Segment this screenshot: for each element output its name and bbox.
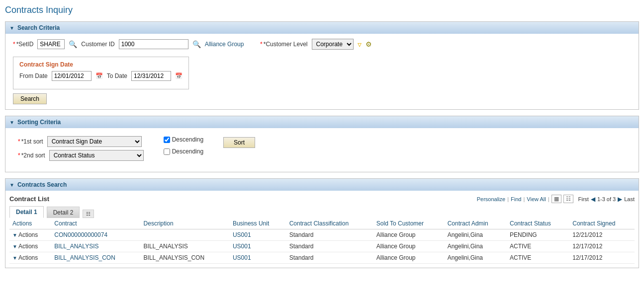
cell-contract-1[interactable]: BILL_ANALYSIS bbox=[51, 241, 140, 252]
customerid-label: Customer ID bbox=[81, 41, 114, 48]
tab-detail1[interactable]: Detail 1 bbox=[9, 206, 44, 218]
col-header-status: Contract Status bbox=[507, 218, 569, 229]
cell-business-unit-1[interactable]: US001 bbox=[230, 241, 286, 252]
cell-status-2: ACTIVE bbox=[507, 252, 569, 264]
cell-description-0 bbox=[141, 229, 230, 241]
cell-contract-2[interactable]: BILL_ANALYSIS_CON bbox=[51, 252, 140, 264]
second-sort-row: *2nd sort Contract Status Contract Sign … bbox=[18, 150, 144, 161]
table-icon[interactable]: ☷ bbox=[563, 195, 573, 203]
cell-contract-0[interactable]: CON000000000074 bbox=[51, 229, 140, 241]
find-link[interactable]: Find bbox=[511, 196, 521, 202]
tab-grid-icon[interactable]: ☷ bbox=[83, 210, 94, 218]
search-criteria-header[interactable]: ▼ Search Criteria bbox=[5, 22, 639, 34]
contract-sign-date-title: Contract Sign Date bbox=[19, 61, 183, 68]
contracts-collapse-icon: ▼ bbox=[9, 182, 14, 188]
to-date-label: To Date bbox=[107, 73, 127, 79]
col-header-actions: Actions bbox=[9, 218, 51, 229]
view-all-link[interactable]: View All bbox=[527, 196, 546, 202]
cell-signed-2: 12/17/2012 bbox=[569, 252, 635, 264]
cell-description-2: BILL_ANALYSIS_CON bbox=[141, 252, 230, 264]
actions-dropdown-1[interactable]: ▼ Actions bbox=[12, 243, 48, 250]
customerid-search-icon[interactable]: 🔍 bbox=[192, 40, 201, 48]
customerid-input[interactable] bbox=[119, 39, 188, 49]
list-controls: Personalize | Find | View All | ▦ ☷ bbox=[477, 195, 573, 203]
actions-label-0[interactable]: Actions bbox=[18, 231, 38, 238]
tabs-container: Detail 1 Detail 2 ☷ bbox=[9, 206, 635, 218]
actions-label-2[interactable]: Actions bbox=[18, 254, 38, 261]
to-date-calendar-icon[interactable]: 📅 bbox=[175, 73, 183, 79]
table-row: ▼ Actions CON000000000074 US001 Standard… bbox=[9, 229, 635, 241]
customer-level-select[interactable]: Corporate Individual bbox=[312, 39, 354, 50]
setid-input[interactable] bbox=[37, 39, 65, 49]
page-info: 1-3 of 3 bbox=[597, 196, 616, 202]
search-criteria-section: ▼ Search Criteria *SetID 🔍 Customer ID 🔍… bbox=[5, 21, 639, 110]
second-descending-label: Descending bbox=[172, 148, 203, 155]
first-sort-label: *1st sort bbox=[18, 138, 43, 145]
search-criteria-body: *SetID 🔍 Customer ID 🔍 Alliance Group *C… bbox=[5, 34, 639, 109]
customer-level-label: *Customer Level bbox=[260, 41, 307, 48]
first-link[interactable]: First bbox=[578, 196, 589, 202]
actions-label-1[interactable]: Actions bbox=[18, 243, 38, 250]
cell-status-0: PENDING bbox=[507, 229, 569, 241]
collapse-icon: ▼ bbox=[9, 25, 14, 31]
from-date-input[interactable] bbox=[52, 71, 92, 81]
first-descending-checkbox[interactable] bbox=[164, 137, 170, 143]
second-descending-checkbox[interactable] bbox=[164, 148, 170, 155]
from-date-calendar-icon[interactable]: 📅 bbox=[95, 73, 103, 79]
second-sort-select[interactable]: Contract Status Contract Sign Date Contr… bbox=[49, 150, 144, 161]
cell-signed-0: 12/21/2012 bbox=[569, 229, 635, 241]
sort-fields: *1st sort Contract Sign Date Contract St… bbox=[18, 136, 144, 164]
setid-search-icon[interactable]: 🔍 bbox=[69, 40, 77, 48]
filter-icon[interactable]: ▿ bbox=[358, 40, 362, 49]
to-date-input[interactable] bbox=[131, 71, 171, 81]
contracts-search-label: Contracts Search bbox=[17, 181, 67, 188]
contract-list-header: Contract List Personalize | Find | View … bbox=[9, 195, 635, 203]
actions-dropdown-2[interactable]: ▼ Actions bbox=[12, 254, 48, 261]
second-sort-label: *2nd sort bbox=[18, 152, 45, 159]
cell-actions-2: ▼ Actions bbox=[9, 252, 51, 264]
second-descending-row: Descending bbox=[164, 148, 203, 155]
first-sort-select[interactable]: Contract Sign Date Contract Status Contr… bbox=[47, 136, 142, 147]
actions-dropdown-0[interactable]: ▼ Actions bbox=[12, 231, 48, 238]
prev-nav-btn[interactable]: ◀ bbox=[591, 196, 595, 203]
cell-classification-0: Standard bbox=[286, 229, 373, 241]
cell-sold-to-0: Alliance Group bbox=[373, 229, 445, 241]
col-header-description: Description bbox=[141, 218, 230, 229]
sorting-criteria-body: *1st sort Contract Sign Date Contract St… bbox=[5, 128, 639, 172]
settings-icon[interactable]: ⚙ bbox=[366, 40, 372, 48]
table-row: ▼ Actions BILL_ANALYSIS_CON BILL_ANALYSI… bbox=[9, 252, 635, 264]
col-header-classification: Contract Classification bbox=[286, 218, 373, 229]
last-link[interactable]: Last bbox=[624, 196, 635, 202]
sort-button-container: Sort bbox=[223, 136, 255, 148]
setid-label: *SetID bbox=[13, 41, 33, 48]
customer-name: Alliance Group bbox=[205, 41, 244, 48]
cell-sold-to-1: Alliance Group bbox=[373, 241, 445, 252]
sort-button[interactable]: Sort bbox=[223, 137, 255, 148]
col-header-admin: Contract Admin bbox=[445, 218, 507, 229]
next-nav-btn[interactable]: ▶ bbox=[618, 196, 622, 203]
date-range-row: From Date 📅 To Date 📅 bbox=[19, 71, 183, 81]
contract-list-title: Contract List bbox=[9, 195, 49, 203]
sorting-criteria-section: ▼ Sorting Criteria *1st sort Contract Si… bbox=[5, 116, 639, 172]
contracts-search-header[interactable]: ▼ Contracts Search bbox=[5, 179, 639, 191]
cell-actions-1: ▼ Actions bbox=[9, 241, 51, 252]
cell-admin-0: Angelini,Gina bbox=[445, 229, 507, 241]
cell-sold-to-2: Alliance Group bbox=[373, 252, 445, 264]
sorting-criteria-header[interactable]: ▼ Sorting Criteria bbox=[5, 116, 639, 128]
contract-sign-date-box: Contract Sign Date From Date 📅 To Date 📅 bbox=[13, 57, 189, 89]
from-date-label: From Date bbox=[19, 73, 48, 79]
cell-business-unit-2[interactable]: US001 bbox=[230, 252, 286, 264]
personalize-link[interactable]: Personalize bbox=[477, 196, 505, 202]
col-header-sold-to: Sold To Customer bbox=[373, 218, 445, 229]
cell-status-1: ACTIVE bbox=[507, 241, 569, 252]
cell-business-unit-0[interactable]: US001 bbox=[230, 229, 286, 241]
grid-icon[interactable]: ▦ bbox=[552, 195, 561, 203]
contracts-search-body: Contract List Personalize | Find | View … bbox=[5, 191, 639, 268]
page-title: Contracts Inquiry bbox=[5, 5, 639, 15]
search-button[interactable]: Search bbox=[13, 93, 47, 104]
tab-detail2[interactable]: Detail 2 bbox=[47, 207, 80, 218]
col-header-contract: Contract bbox=[51, 218, 140, 229]
pagination: First ◀ 1-3 of 3 ▶ Last bbox=[578, 196, 635, 203]
contracts-table: Actions Contract Description Business Un… bbox=[9, 218, 635, 264]
first-descending-row: Descending bbox=[164, 136, 203, 143]
